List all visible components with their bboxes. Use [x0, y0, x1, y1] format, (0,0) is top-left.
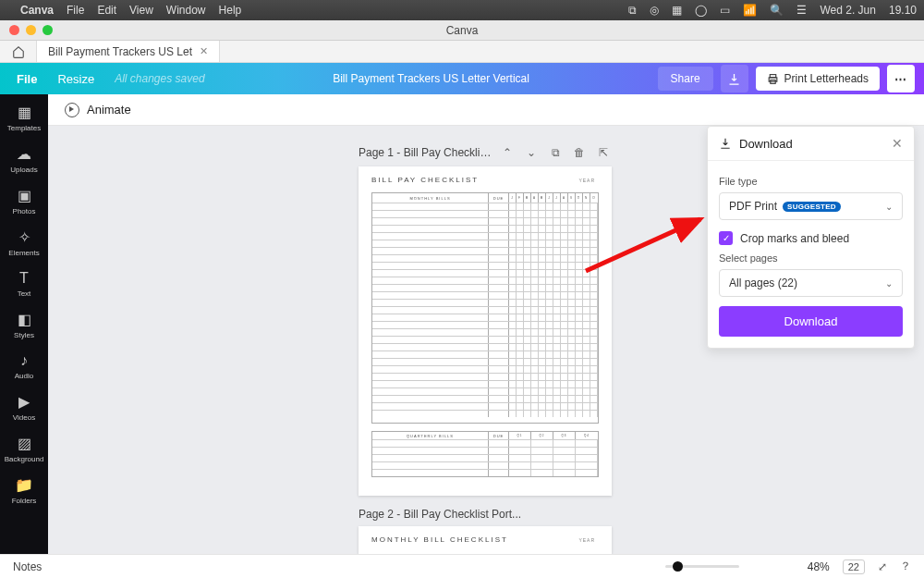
sidebar-item-elements[interactable]: ✧Elements	[0, 228, 48, 257]
select-pages-label: Select pages	[719, 252, 903, 264]
animate-button[interactable]: Animate	[87, 103, 131, 117]
videos-icon: ▶	[18, 393, 30, 411]
home-tab[interactable]	[0, 41, 37, 62]
page-collapse-down[interactable]: ⌄	[523, 144, 540, 161]
menubar-date[interactable]: Wed 2. Jun	[820, 4, 875, 17]
menu-window[interactable]: Window	[166, 4, 206, 17]
zoom-level[interactable]: 48%	[808, 560, 830, 573]
document-tab[interactable]: Bill Payment Trackers US Let ✕	[37, 41, 220, 62]
menu-app[interactable]: Canva	[20, 4, 54, 17]
sidebar-item-templates[interactable]: ▦Templates	[0, 104, 48, 132]
file-type-select[interactable]: PDF Print SUGGESTED ⌄	[719, 192, 903, 220]
toolbar-resize[interactable]: Resize	[57, 72, 94, 86]
suggested-badge: SUGGESTED	[783, 202, 841, 212]
document-title[interactable]: Bill Payment Trackers US Letter Vertical	[205, 72, 658, 85]
wifi-icon[interactable]: 📶	[743, 4, 757, 17]
zoom-slider-knob[interactable]	[673, 561, 683, 572]
download-icon	[727, 72, 741, 86]
editor-toolbar: File Resize All changes saved Bill Payme…	[0, 63, 924, 94]
flag-icon[interactable]: ▦	[672, 4, 682, 17]
svg-line-3	[586, 219, 700, 271]
toolbar-file[interactable]: File	[17, 72, 37, 86]
download-panel-title: Download	[739, 137, 793, 151]
app-body: ▦Templates ☁Uploads ▣Photos ✧Elements TT…	[0, 94, 924, 554]
menu-edit[interactable]: Edit	[97, 4, 116, 17]
window-title: Canva	[0, 24, 924, 37]
toolbar-status: All changes saved	[115, 72, 204, 85]
menu-view[interactable]: View	[129, 4, 153, 17]
sidebar-item-styles[interactable]: ◧Styles	[0, 311, 48, 339]
doc2-year-label: YEAR	[578, 537, 595, 543]
page1-canvas[interactable]: BILL PAY CHECKLIST YEAR MONTHLY BILLS DU…	[359, 166, 612, 496]
sidebar-item-videos[interactable]: ▶Videos	[0, 393, 48, 422]
menubar-time[interactable]: 19.10	[889, 4, 917, 17]
notes-button[interactable]: Notes	[13, 560, 652, 573]
sidebar-item-photos[interactable]: ▣Photos	[0, 187, 48, 215]
doc1-monthly-table: MONTHLY BILLS DUE J F M A M J J A S O	[371, 192, 599, 424]
download-button[interactable]: Download	[719, 306, 903, 337]
sidebar-item-label: Background	[5, 455, 44, 463]
mac-menubar: Canva File Edit View Window Help ⧉ ◎ ▦ ◯…	[0, 0, 924, 20]
sidebar-item-label: Templates	[7, 124, 41, 132]
select-pages-select[interactable]: All pages (22) ⌄	[719, 269, 903, 297]
footer-bar: Notes 48% 22 ⤢ ？	[0, 554, 924, 578]
sidebar-item-label: Photos	[13, 207, 36, 215]
tab-close[interactable]: ✕	[200, 45, 208, 57]
left-sidebar: ▦Templates ☁Uploads ▣Photos ✧Elements TT…	[0, 94, 48, 554]
fullscreen-icon[interactable]: ⤢	[878, 560, 887, 573]
page-collapse-up[interactable]: ⌃	[499, 144, 516, 161]
sidebar-item-uploads[interactable]: ☁Uploads	[0, 145, 48, 174]
control-center-icon[interactable]: ☰	[796, 4, 807, 17]
page2-title: Page 2 - Bill Pay Checklist Port...	[359, 508, 612, 521]
close-icon[interactable]: ✕	[892, 136, 903, 151]
display-icon[interactable]: ▭	[720, 4, 730, 17]
doc1-col-quarterly: QUARTERLY BILLS	[372, 432, 489, 439]
download-panel: Download ✕ File type PDF Print SUGGESTED…	[707, 126, 915, 349]
doc1-quarterly-table: QUARTERLY BILLS DUE Q1 Q2 Q3 Q4	[371, 431, 599, 477]
print-button-label: Print Letterheads	[784, 72, 869, 85]
share-button[interactable]: Share	[658, 67, 713, 91]
doc1-title: BILL PAY CHECKLIST	[371, 176, 599, 184]
sidebar-item-label: Elements	[8, 249, 39, 257]
tab-label: Bill Payment Trackers US Let	[48, 45, 192, 58]
background-icon: ▨	[18, 435, 31, 452]
doc1-year-label: YEAR	[578, 178, 595, 183]
sidebar-item-background[interactable]: ▨Background	[0, 435, 48, 463]
crop-marks-row[interactable]: ✓ Crop marks and bleed	[719, 231, 903, 245]
page1-title: Page 1 - Bill Pay Checklist Port...	[359, 146, 492, 159]
more-button[interactable]: ⋯	[887, 65, 915, 92]
sidebar-item-label: Styles	[14, 331, 34, 339]
sync-icon[interactable]: ◯	[695, 4, 707, 17]
sidebar-item-label: Text	[18, 289, 31, 298]
page2-header: Page 2 - Bill Pay Checklist Port...	[359, 508, 612, 521]
search-icon[interactable]: 🔍	[770, 4, 784, 17]
uploads-icon: ☁	[17, 145, 31, 163]
doc1-col-due2: DUE	[489, 432, 509, 439]
file-type-value: PDF Print	[729, 200, 777, 213]
sidebar-item-text[interactable]: TText	[0, 270, 48, 298]
select-pages-value: All pages (22)	[729, 277, 797, 289]
zoom-slider[interactable]	[665, 565, 739, 568]
status-icon[interactable]: ◎	[650, 4, 659, 17]
page2-canvas[interactable]: MONTHLY BILL CHECKLIST YEAR	[359, 526, 612, 554]
elements-icon: ✧	[18, 228, 30, 246]
chevron-down-icon: ⌄	[885, 278, 893, 289]
crop-marks-label: Crop marks and bleed	[740, 232, 849, 245]
menu-file[interactable]: File	[67, 4, 84, 17]
styles-icon: ◧	[18, 311, 31, 328]
menu-help[interactable]: Help	[219, 4, 242, 17]
sidebar-item-audio[interactable]: ♪Audio	[0, 352, 48, 380]
download-toolbar-button[interactable]	[721, 65, 748, 92]
animate-icon	[65, 103, 79, 117]
sidebar-item-label: Audio	[15, 372, 33, 380]
print-letterheads-button[interactable]: Print Letterheads	[756, 67, 880, 91]
page-count-box[interactable]: 22	[843, 560, 865, 574]
doc1-col-monthly: MONTHLY BILLS	[372, 193, 489, 203]
crop-marks-checkbox[interactable]: ✓	[719, 231, 733, 245]
page-delete[interactable]: 🗑	[571, 144, 588, 161]
page-add[interactable]: ⇱	[595, 144, 612, 161]
dropbox-icon[interactable]: ⧉	[628, 4, 637, 17]
sidebar-item-folders[interactable]: 📁Folders	[0, 476, 48, 505]
help-icon[interactable]: ？	[900, 559, 911, 574]
page-duplicate[interactable]: ⧉	[547, 144, 564, 161]
